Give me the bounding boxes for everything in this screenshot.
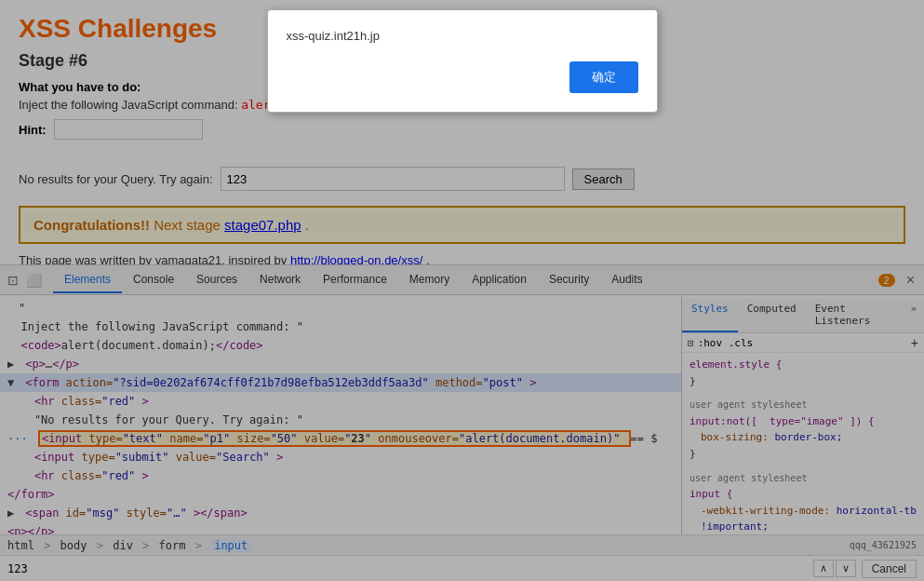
modal-overlay[interactable]: xss-quiz.int21h.jp 确定 (0, 0, 924, 581)
modal-box: xss-quiz.int21h.jp 确定 (267, 9, 658, 113)
modal-title: xss-quiz.int21h.jp (287, 29, 638, 43)
modal-confirm-button[interactable]: 确定 (569, 61, 638, 93)
